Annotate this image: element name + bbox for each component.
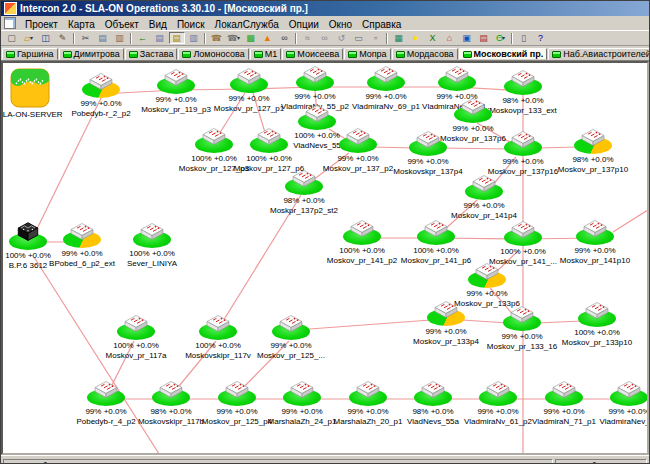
binoculars-button[interactable]: ∞ [277,32,293,44]
hub-icon [304,103,330,124]
hub-icon [278,313,304,334]
map-node[interactable]: 100% +0.0%Moskov_pr_141_p6 [391,218,481,265]
hub-icon [158,379,184,400]
picture-button[interactable]: ▩ [243,32,259,44]
mdi-child-icon[interactable] [4,17,16,29]
copy-icon: ▤ [98,34,107,43]
window-frame-button[interactable]: ▭ [351,32,367,44]
copy-button[interactable]: ▤ [95,32,111,44]
torch-button[interactable]: ▲ [260,32,276,44]
object-sheet-button[interactable]: ▤ [152,32,168,44]
panel-box-button[interactable]: ▫ [368,32,384,44]
menu-5[interactable]: Поиск [172,18,210,31]
link-button[interactable]: ∞ [317,32,333,44]
hub-icon [224,379,250,400]
map-tab-7[interactable]: Мопра [344,48,391,60]
open-map-button[interactable]: ▱▾ [21,32,37,44]
grid-table-button[interactable]: ▦ [391,32,407,44]
monitor-button[interactable]: ▣ [459,32,475,44]
menu-9[interactable]: Справка [357,18,406,31]
hub-icon [415,129,441,150]
map-node[interactable]: 99% +0.0%Moskov_pr_141p10 [550,218,640,265]
map-node[interactable]: 100% +0.0%Moskov_pr_133p10 [552,300,642,347]
hub-icon [345,126,371,147]
phone-list-button[interactable]: ☎▾ [226,32,242,44]
node-availability: 99% +0.0% [442,289,532,298]
help-icon: ? [538,34,543,43]
picture-icon: ▩ [246,34,255,43]
back-arrow-button[interactable]: ← [135,32,151,44]
map-node[interactable]: 100% +0.0%Moskov_pr_117a [91,313,181,360]
menu-1[interactable]: Проект [20,18,63,31]
map-tab-5[interactable]: М1 [250,48,282,60]
clock-button[interactable]: Θ▾ [493,32,509,44]
save-button[interactable]: ◫ [38,32,54,44]
ok-led-icon [63,51,72,58]
hub-icon [420,379,446,400]
hub-icon [510,68,536,89]
toolbar-separator [295,33,297,44]
menu-6[interactable]: ЛокалСлужба [210,18,284,31]
map-tab-10[interactable]: Наб.Авиастроителей [548,48,649,60]
network-map-canvas[interactable]: SLA-ON-SERVER 99% +0.0%Pobedyb-r_2_p299%… [1,61,649,455]
map-node[interactable]: 98% +0.0%Moskpr_137p2_st2 [259,168,349,215]
map-tab-8[interactable]: Мордасова [392,48,458,60]
app-window: Intercon 2.0 - SLA-ON Operations 3.30.10… [0,0,650,464]
object-report-icon: ▥ [189,34,198,43]
object-lock-button[interactable]: ▤ [169,32,185,44]
object-report-button[interactable]: ▥ [186,32,202,44]
hub-icon [616,379,642,400]
menu-3[interactable]: Объект [100,18,144,31]
map-node[interactable]: 99% +0.0%VladmiraNev_73 [584,379,649,426]
bulb-icon: ● [413,34,418,43]
hub-icon [423,218,449,239]
map-tab-1[interactable]: Гаршина [2,48,58,60]
link-line [32,98,101,239]
map-node[interactable]: 99% +0.0%Moskov_pr_125_... [246,313,336,360]
menu-4[interactable]: Вид [144,18,172,31]
map-node[interactable]: 99% +0.0%Moskovskpr_137p4 [383,129,473,176]
window-title: Intercon 2.0 - SLA-ON Operations 3.30.10… [20,3,308,14]
map-tab-9[interactable]: Московский пр. [459,48,548,60]
bulb-button[interactable]: ● [408,32,424,44]
map-tab-2[interactable]: Димитрова [59,48,124,60]
node-name: Moskov_pr_133p10 [552,338,642,347]
object-count: Всего объектов: 42 [555,459,647,464]
map-tab-4[interactable]: Ломоносова [178,48,248,60]
node-availability: 98% +0.0% [259,196,349,205]
tab-label: Московский пр. [474,49,544,59]
edit-pointer-button[interactable]: ✎ [55,32,71,44]
hub-icon [582,218,608,239]
map-node[interactable]: 100% +0.0%Sever_LINIYA [107,221,197,268]
map-tab-bar: ГаршинаДимитроваЗаставаЛомоносоваМ1Моисе… [1,46,649,61]
node-name: Moskov_pr_117a [91,351,181,360]
app-icon [4,2,17,15]
node-availability: 99% +0.0% [584,407,649,416]
menu-8[interactable]: Окно [324,18,357,31]
node-name: Moskpr_137p2_st2 [259,206,349,215]
hub-icon [355,379,381,400]
node-availability: 100% +0.0% [107,249,197,258]
help-button[interactable]: ? [533,32,549,44]
map-tab-6[interactable]: Моисеева [282,48,343,60]
menu-7[interactable]: Опции [284,18,324,31]
map-tab-3[interactable]: Застава [125,48,178,60]
layers-button[interactable]: ▤ [476,32,492,44]
menu-2[interactable]: Карта [63,18,100,31]
export-excel-button[interactable]: X [425,32,441,44]
hub-icon [236,66,262,87]
ok-led-icon [6,51,15,58]
home-button[interactable]: ⌂ [442,32,458,44]
paste-button[interactable]: ▥ [112,32,128,44]
refresh-loop-button[interactable]: ↺ [334,32,350,44]
phone-button[interactable]: ☎ [209,32,225,44]
map-node[interactable]: 98% +0.0%Moskov_pr_137p10 [548,127,638,174]
properties-button[interactable]: ▯ [516,32,532,44]
magnet-button[interactable]: ≈ [300,32,316,44]
hub-icon [163,67,189,88]
map-node[interactable]: 99% +0.0%Moskov_pr_141p4 [439,173,529,220]
toolbar-separator [130,33,132,44]
new-document-button[interactable]: ▢ [4,32,20,44]
cut-button[interactable]: ✂ [78,32,94,44]
node-availability: 99% +0.0% [439,201,529,210]
